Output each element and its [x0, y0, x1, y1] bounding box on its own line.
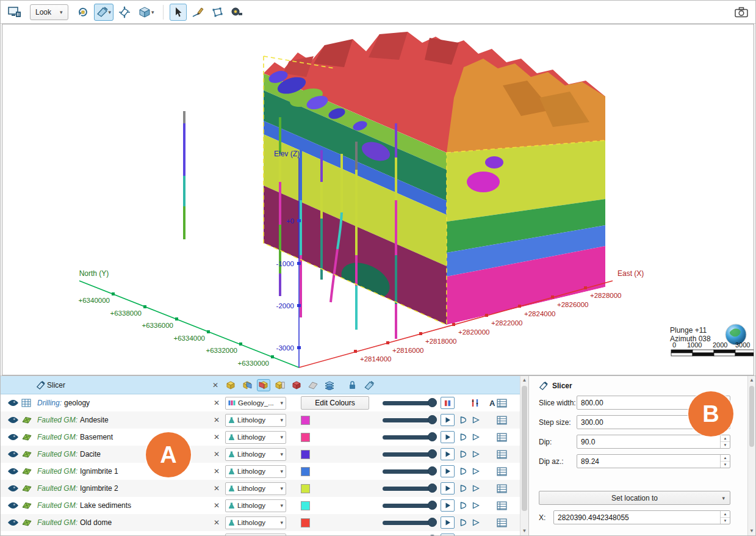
select-arrow-button[interactable]: [170, 4, 187, 21]
flip-forward-icon[interactable]: [458, 484, 467, 493]
flip-back-icon[interactable]: [471, 484, 480, 493]
flip-forward-icon[interactable]: [458, 518, 467, 527]
list-item[interactable]: Faulted GM:Old dome ✕ Lithology ▾ A: [1, 514, 520, 531]
slice-plane-icon[interactable]: [306, 379, 320, 391]
draw-slice-box-button[interactable]: ▾: [135, 4, 157, 21]
attributes-table-button[interactable]: [497, 535, 520, 536]
colour-swatch[interactable]: [301, 467, 310, 476]
flip-back-icon[interactable]: [471, 416, 480, 424]
interval-selection-button[interactable]: [441, 397, 455, 409]
attributes-table-button[interactable]: [497, 433, 520, 442]
slider-knob[interactable]: [428, 432, 437, 441]
list-item[interactable]: Faulted GM:Lake sediments ✕ Lithology ▾ …: [1, 497, 520, 514]
slice-stack-icon[interactable]: [323, 379, 336, 391]
list-item[interactable]: Faulted GM:Ignimbrite 1 ✕ Lithology ▾ A: [1, 463, 520, 480]
slicer-tool-button[interactable]: ▾: [94, 4, 114, 21]
opacity-slider[interactable]: [383, 415, 435, 425]
remove-button[interactable]: ✕: [208, 399, 225, 407]
labels-button[interactable]: A: [488, 399, 496, 408]
display-attribute-dropdown[interactable]: Lithology ▾: [225, 516, 286, 529]
slice-play-button[interactable]: [441, 516, 455, 529]
camera-button[interactable]: [732, 4, 751, 21]
properties-scrollbar[interactable]: ▲ ▼: [747, 376, 755, 535]
flip-forward-icon[interactable]: [458, 450, 467, 458]
slice-front-icon[interactable]: [240, 379, 254, 391]
remove-slicer-button[interactable]: ✕: [207, 381, 224, 389]
list-item[interactable]: Faulted GM:Ignimbrite 2 ✕ Lithology ▾ A: [1, 480, 520, 497]
look-dropdown[interactable]: Look ▾: [30, 4, 68, 20]
draw-line-button[interactable]: [189, 4, 206, 21]
visibility-eye-icon[interactable]: [4, 468, 21, 475]
display-attribute-dropdown[interactable]: Lithology ▾: [225, 414, 286, 427]
slider-knob[interactable]: [428, 398, 437, 407]
slider-knob[interactable]: [428, 466, 437, 476]
x-spinner[interactable]: ▲▼: [720, 511, 730, 524]
scroll-up-icon[interactable]: ▲: [520, 376, 528, 385]
remove-button[interactable]: ✕: [208, 501, 225, 510]
slider-knob[interactable]: [428, 535, 437, 535]
attributes-table-button[interactable]: [497, 416, 520, 425]
opacity-slider[interactable]: [383, 518, 435, 527]
display-attribute-dropdown[interactable]: Lithology ▾: [225, 482, 286, 495]
remove-button[interactable]: ✕: [208, 416, 225, 424]
flip-forward-icon[interactable]: [458, 501, 467, 510]
colour-swatch[interactable]: [301, 416, 310, 425]
attributes-table-button[interactable]: [497, 518, 520, 527]
x-coordinate-input[interactable]: [554, 511, 720, 524]
clear-scene-button[interactable]: [5, 4, 24, 21]
opacity-slider[interactable]: [383, 466, 435, 476]
rotate-view-button[interactable]: [74, 4, 92, 21]
measure-tape-button[interactable]: [228, 4, 245, 21]
slice-play-button[interactable]: [441, 499, 455, 512]
slider-knob[interactable]: [428, 415, 437, 424]
remove-button[interactable]: ✕: [208, 450, 225, 458]
opacity-slider[interactable]: [383, 449, 435, 459]
display-attribute-dropdown[interactable]: Lithology ▾: [225, 465, 286, 478]
scroll-up-icon[interactable]: ▲: [748, 376, 755, 385]
shape-list-scrollbar[interactable]: ▲ ▼: [520, 376, 528, 535]
drillhole-correlation-icon[interactable]: [470, 399, 480, 407]
colour-swatch[interactable]: [301, 433, 310, 442]
colour-swatch[interactable]: [301, 484, 310, 493]
opacity-slider[interactable]: [383, 535, 435, 535]
edit-polygon-button[interactable]: [209, 4, 226, 21]
scene-3d[interactable]: North (Y) +6330000 +6332000 +6334000 +63…: [2, 24, 754, 375]
no-slice-icon[interactable]: [224, 379, 237, 391]
remove-button[interactable]: ✕: [208, 518, 225, 527]
list-item[interactable]: Faulted GM:Dacite ✕ Lithology ▾ A: [1, 446, 520, 463]
attributes-table-button[interactable]: [497, 484, 520, 493]
list-item[interactable]: Faulted GM:Basement ✕ Lithology ▾ A: [1, 429, 520, 446]
opacity-slider[interactable]: [383, 483, 435, 493]
edit-colours-button[interactable]: Edit Colours: [301, 396, 369, 410]
scrollbar-thumb[interactable]: [522, 386, 527, 511]
slider-knob[interactable]: [428, 518, 437, 527]
slicer-settings-icon[interactable]: [362, 379, 375, 391]
display-attribute-dropdown[interactable]: Geology_... ▾: [225, 397, 286, 410]
opacity-slider[interactable]: [383, 501, 435, 510]
colour-swatch[interactable]: [301, 535, 310, 536]
flip-back-icon[interactable]: [471, 433, 480, 441]
slice-play-button[interactable]: [441, 534, 455, 535]
slice-behind-icon[interactable]: [257, 379, 270, 391]
slice-play-button[interactable]: [441, 465, 455, 477]
display-attribute-dropdown[interactable]: Lithology ▾: [225, 431, 286, 444]
list-item[interactable]: Faulted GM:Andesite ✕ Lithology ▾ A: [1, 411, 520, 429]
dip-azimuth-input[interactable]: [577, 455, 720, 468]
flip-back-icon[interactable]: [471, 467, 480, 476]
slice-play-button[interactable]: [441, 431, 455, 443]
list-item[interactable]: ✕ Lithology ▾ A: [1, 531, 520, 535]
opacity-slider[interactable]: [383, 432, 435, 442]
remove-button[interactable]: ✕: [208, 433, 225, 441]
attributes-table-button[interactable]: [497, 450, 520, 459]
lock-icon[interactable]: [345, 379, 359, 391]
colour-swatch[interactable]: [301, 501, 310, 510]
scroll-down-icon[interactable]: ▼: [520, 527, 528, 535]
scene-viewport[interactable]: North (Y) +6330000 +6332000 +6334000 +63…: [2, 24, 754, 375]
dip-input[interactable]: [577, 435, 720, 448]
visibility-eye-icon[interactable]: [4, 399, 21, 407]
colour-swatch[interactable]: [301, 450, 310, 459]
scroll-down-icon[interactable]: ▼: [748, 527, 755, 535]
attributes-table-button[interactable]: [497, 501, 520, 510]
display-attribute-dropdown[interactable]: Lithology ▾: [225, 499, 286, 512]
flip-forward-icon[interactable]: [458, 433, 467, 441]
